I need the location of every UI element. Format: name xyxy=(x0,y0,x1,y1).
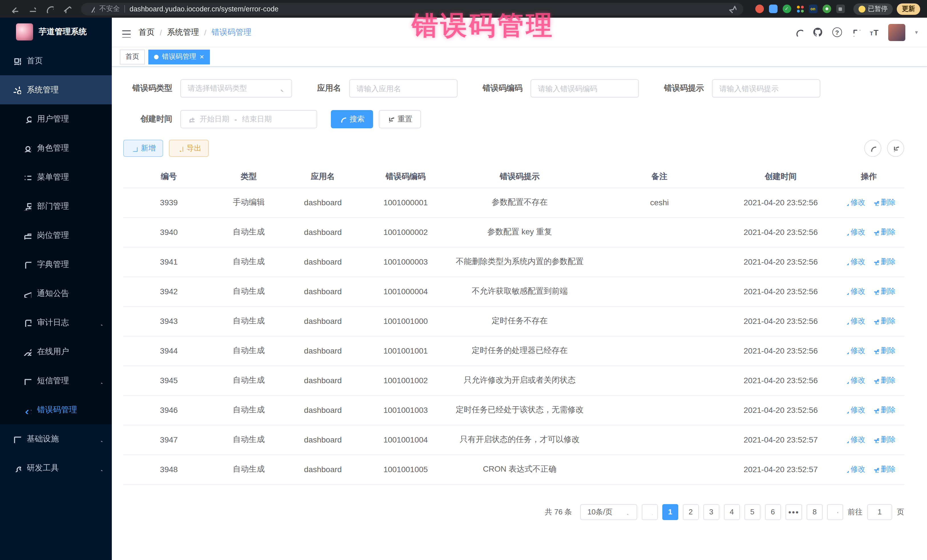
sidebar-item-departments[interactable]: 部门管理 xyxy=(0,191,112,221)
page-button-last[interactable]: 8 xyxy=(807,504,823,520)
edit-button[interactable]: 修改 xyxy=(842,464,865,475)
search-button[interactable]: 搜索 xyxy=(331,110,373,128)
forward-icon[interactable] xyxy=(24,2,38,16)
delete-button[interactable]: 删除 xyxy=(872,464,896,475)
goto-page-input[interactable] xyxy=(867,504,892,520)
chevron-down-icon[interactable]: ▾ xyxy=(915,29,918,35)
edit-button[interactable]: 修改 xyxy=(842,375,865,385)
app-logo-row[interactable]: 芋道管理系统 xyxy=(0,18,112,46)
address-bar[interactable]: 不安全 dashboard.yudao.iocoder.cn/system/er… xyxy=(81,3,743,15)
select-placeholder: 请选择错误码类型 xyxy=(188,83,247,94)
sidebar-item-roles[interactable]: 角色管理 xyxy=(0,134,112,162)
extension-icon[interactable] xyxy=(822,5,831,13)
help-icon[interactable] xyxy=(832,27,842,37)
error-type-select[interactable]: 请选择错误码类型 xyxy=(180,79,292,97)
cell-id: 3944 xyxy=(123,336,214,366)
edit-button[interactable]: 修改 xyxy=(842,316,865,326)
delete-button[interactable]: 删除 xyxy=(872,227,896,237)
sidebar-item-system[interactable]: 系统管理 xyxy=(0,75,112,104)
cell-actions: 修改 删除 xyxy=(833,395,904,425)
search-icon[interactable] xyxy=(795,28,803,36)
error-code-input[interactable] xyxy=(530,79,639,97)
delete-button[interactable]: 删除 xyxy=(872,256,896,267)
cell-actions: 修改 删除 xyxy=(833,188,904,217)
close-icon[interactable]: × xyxy=(200,53,204,61)
edit-button[interactable]: 修改 xyxy=(842,286,865,296)
toggle-search-button[interactable] xyxy=(864,140,881,157)
page-button-4[interactable]: 4 xyxy=(723,504,740,520)
tab-error-code[interactable]: 错误码管理 × xyxy=(148,49,210,64)
reset-button[interactable]: 重置 xyxy=(379,110,421,128)
cell-type: 自动生成 xyxy=(214,306,283,336)
fullscreen-icon[interactable] xyxy=(852,28,860,36)
tab-home[interactable]: 首页 xyxy=(120,49,145,64)
app-name-input[interactable] xyxy=(349,79,457,97)
sidebar-item-posts[interactable]: 岗位管理 xyxy=(0,221,112,250)
sidebar-item-users[interactable]: 用户管理 xyxy=(0,104,112,134)
edit-button[interactable]: 修改 xyxy=(842,434,865,445)
table-row: 3940 自动生成 dashboard 1001000002 参数配置 key … xyxy=(123,217,904,247)
breadcrumb-home[interactable]: 首页 xyxy=(138,27,155,37)
extension-icon[interactable] xyxy=(769,5,777,13)
reload-icon[interactable] xyxy=(42,2,56,16)
extension-icon[interactable] xyxy=(755,5,764,13)
breadcrumb-system[interactable]: 系统管理 xyxy=(167,27,199,37)
sidebar-item-home[interactable]: 首页 xyxy=(0,46,112,75)
paused-badge[interactable]: 已暂停 xyxy=(853,3,893,15)
sidebar-item-dict[interactable]: 字典管理 xyxy=(0,250,112,279)
error-message-input[interactable] xyxy=(712,79,820,97)
edit-button[interactable]: 修改 xyxy=(842,256,865,267)
sidebar-item-audit-log[interactable]: 审计日志 xyxy=(0,308,112,337)
refresh-table-button[interactable] xyxy=(887,140,904,157)
extension-icon[interactable] xyxy=(783,5,791,13)
delete-button[interactable]: 删除 xyxy=(872,434,896,445)
back-icon[interactable] xyxy=(7,2,21,16)
delete-button[interactable]: 删除 xyxy=(872,375,896,385)
sidebar-item-online-users[interactable]: 在线用户 xyxy=(0,337,112,366)
sidebar-item-menus[interactable]: 菜单管理 xyxy=(0,162,112,191)
sidebar-item-notice[interactable]: 通知公告 xyxy=(0,279,112,308)
delete-button[interactable]: 删除 xyxy=(872,405,896,415)
page-button-3[interactable]: 3 xyxy=(703,504,719,520)
delete-button[interactable]: 删除 xyxy=(872,346,896,356)
table-row: 3942 自动生成 dashboard 1001000004 不允许获取敏感配置… xyxy=(123,276,904,306)
extension-icon[interactable]: on xyxy=(808,5,817,13)
more-pages-button[interactable]: ●●● xyxy=(785,504,802,520)
next-page-button[interactable] xyxy=(827,504,843,520)
update-button[interactable]: 更新 xyxy=(897,3,920,15)
export-button[interactable]: 导出 xyxy=(169,140,209,157)
page-size-select[interactable]: 10条/页 xyxy=(580,504,637,520)
page-button-6[interactable]: 6 xyxy=(765,504,781,520)
page-button-1[interactable]: 1 xyxy=(662,504,678,520)
home-icon[interactable] xyxy=(60,2,74,16)
extension-icon[interactable] xyxy=(836,5,845,13)
extension-icon[interactable] xyxy=(796,5,804,12)
page-button-2[interactable]: 2 xyxy=(682,504,699,520)
field-label-app: 应用名 xyxy=(317,83,341,94)
edit-button[interactable]: 修改 xyxy=(842,227,865,237)
edit-button[interactable]: 修改 xyxy=(842,346,865,356)
prev-page-button[interactable] xyxy=(641,504,658,520)
hamburger-icon[interactable] xyxy=(120,27,131,37)
sidebar-item-error-code[interactable]: 错误码管理 xyxy=(0,395,112,424)
date-range-picker[interactable]: 开始日期 - 结束日期 xyxy=(180,110,317,128)
trash-icon xyxy=(872,288,879,295)
bookmark-star-icon[interactable] xyxy=(728,5,736,13)
sidebar-item-dev-tools[interactable]: 研发工具 xyxy=(0,453,112,483)
github-icon[interactable] xyxy=(813,27,823,37)
font-size-icon[interactable]: TT xyxy=(870,28,878,37)
delete-button[interactable]: 删除 xyxy=(872,286,896,296)
add-button[interactable]: 新增 xyxy=(123,140,163,157)
cell-type: 自动生成 xyxy=(214,247,283,276)
sidebar-item-infrastructure[interactable]: 基础设施 xyxy=(0,424,112,453)
avatar[interactable] xyxy=(888,24,905,41)
table-toolbar: 新增 导出 xyxy=(123,140,904,157)
delete-button[interactable]: 删除 xyxy=(872,316,896,326)
download-icon xyxy=(176,145,183,152)
edit-button[interactable]: 修改 xyxy=(842,405,865,415)
cell-app: dashboard xyxy=(283,188,363,217)
delete-button[interactable]: 删除 xyxy=(872,197,896,208)
page-button-5[interactable]: 5 xyxy=(744,504,760,520)
edit-button[interactable]: 修改 xyxy=(842,197,865,208)
sidebar-item-sms[interactable]: 短信管理 xyxy=(0,366,112,395)
